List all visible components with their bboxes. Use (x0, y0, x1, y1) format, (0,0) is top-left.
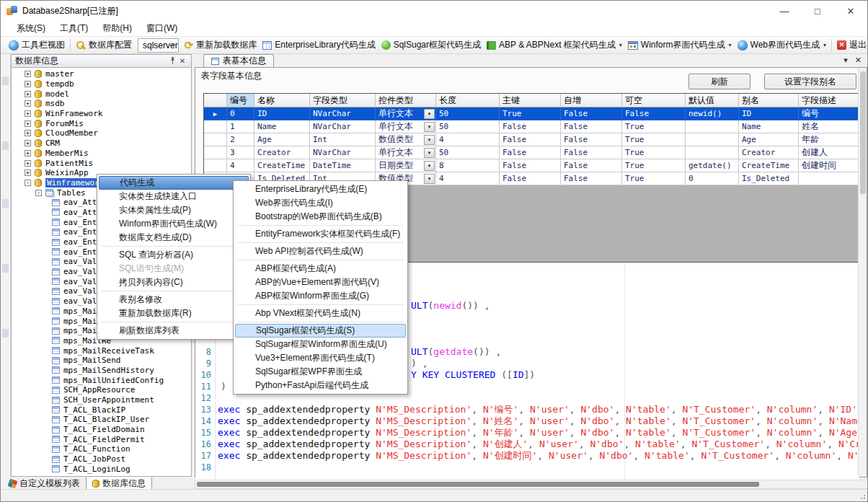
table-cell[interactable]: NVarChar (310, 107, 376, 120)
cell-dropdown-button[interactable]: ▾ (424, 109, 435, 119)
menu-item[interactable]: Abp VNext框架代码生成(N) (235, 307, 406, 320)
table-cell[interactable]: False (561, 107, 622, 120)
tree-item[interactable]: mps_MailUnifiedConfig (12, 375, 191, 385)
table-cell[interactable]: NVarChar (310, 146, 376, 159)
menu-item[interactable]: Web API控制器代码生成(W) (235, 245, 406, 258)
table-cell[interactable]: False (561, 159, 622, 172)
menu-item[interactable]: EntityFramework实体框架代码生成(F) (235, 227, 406, 241)
expand-icon[interactable]: + (25, 71, 31, 77)
toolbar-exit-button[interactable]: ✕ 退出 (834, 38, 868, 53)
table-cell[interactable]: 50 (436, 146, 500, 159)
table-cell[interactable]: CreateTime (254, 159, 310, 172)
close-button[interactable]: ✕ (834, 1, 867, 22)
menu-item[interactable]: ABP框架代码生成(A) (235, 262, 406, 276)
table-row[interactable]: ▶0IDNVarChar单行文本▾50TrueFalseFalsenewid()… (204, 107, 860, 120)
menu-item[interactable]: Vue3+Element界面代码生成(T) (235, 351, 406, 365)
table-row[interactable]: 4CreateTimeDateTime日期类型▾8FalseFalseTrueg… (204, 159, 860, 172)
menu-item[interactable]: SqlSugar框架Winform界面生成(U) (235, 338, 406, 351)
table-cell[interactable]: False (500, 159, 561, 172)
table-cell[interactable] (686, 120, 739, 133)
menu-item[interactable]: SqlSugar框架代码生成(S) (235, 324, 406, 338)
menu-item[interactable]: Python+FastApi后端代码生成 (235, 379, 406, 392)
minimize-button[interactable]: — (768, 1, 801, 22)
tree-item[interactable]: +CloudMember (12, 128, 191, 138)
set-field-alias-button[interactable]: 设置字段别名 (764, 74, 856, 89)
tree-item[interactable]: +ForumMis (12, 118, 191, 128)
table-cell[interactable]: 编号 (799, 107, 860, 120)
column-header[interactable]: 长度 (436, 94, 500, 107)
menu-item[interactable]: Bootstrap的Web界面代码生成(B) (235, 210, 406, 224)
expand-icon[interactable]: + (25, 150, 31, 157)
column-header[interactable]: 自增 (561, 94, 622, 107)
table-cell[interactable]: 创建人 (799, 146, 860, 159)
table-cell[interactable]: newid() (686, 107, 739, 120)
expand-icon[interactable]: + (25, 120, 31, 127)
table-cell[interactable]: 姓名 (799, 120, 860, 133)
table-cell[interactable]: Int (310, 133, 376, 146)
tree-item[interactable]: T_ACL_BlackIP_User (12, 415, 191, 425)
table-cell[interactable]: True (622, 133, 686, 146)
refresh-button[interactable]: 刷新 (688, 74, 750, 89)
table-cell[interactable]: False (561, 133, 622, 146)
expand-icon[interactable]: + (25, 169, 31, 176)
menu-item[interactable]: 拷贝列表内容(C) (99, 276, 249, 289)
table-cell[interactable]: Is_Deleted (739, 172, 799, 185)
column-header[interactable]: 控件类型 (376, 94, 436, 107)
tree-item[interactable]: T_ACL_Function (12, 444, 191, 454)
table-cell[interactable]: NVarChar (310, 120, 376, 133)
tree-item[interactable]: +msdb (12, 99, 191, 109)
menu-help[interactable]: 帮助(H) (95, 20, 139, 37)
menu-item[interactable]: 实体类生成快速入口▸ (99, 190, 249, 203)
menu-item[interactable]: 重新加载数据库(R) (99, 307, 249, 320)
cell-dropdown-button[interactable]: ▾ (424, 135, 435, 145)
table-cell[interactable]: 单行文本▾ (376, 146, 436, 159)
column-header[interactable]: 别名 (739, 94, 799, 107)
table-cell[interactable]: 50 (436, 120, 500, 133)
table-cell[interactable]: 4 (436, 172, 500, 185)
table-cell[interactable]: DateTime (310, 159, 376, 172)
column-header[interactable]: 字段描述 (799, 94, 860, 107)
expand-icon[interactable]: + (25, 100, 31, 107)
table-cell[interactable] (686, 146, 739, 159)
menu-item[interactable]: EnterpriseLibrary代码生成(E) (235, 182, 406, 196)
menu-item[interactable]: 实体类属性生成(P) (99, 203, 249, 217)
expand-icon[interactable]: + (25, 91, 31, 97)
toolbar-dbconfig-button[interactable]: 数据库配置 (73, 38, 135, 53)
tab-table-info[interactable]: 表基本信息 (203, 54, 274, 67)
table-row[interactable]: 3CreatorNVarChar单行文本▾50FalseFalseTrueCre… (204, 146, 860, 159)
tree-item[interactable]: SCH_AppResource (12, 385, 191, 395)
table-cell[interactable]: 0 (686, 172, 739, 185)
toolbar-reload-button[interactable]: ⟳ 重新加载数据库 (182, 38, 260, 53)
chevron-down-icon[interactable]: ▾ (843, 56, 848, 65)
table-cell[interactable]: True (622, 159, 686, 172)
tree-item[interactable]: +PatientMis (12, 158, 191, 168)
table-cell[interactable]: True (622, 120, 686, 133)
toolbar-view-button[interactable]: 工具栏视图 (6, 38, 68, 53)
table-cell[interactable]: 数值类型▾ (376, 133, 436, 146)
table-cell[interactable]: 50 (436, 107, 500, 120)
table-cell[interactable]: 单行文本▾ (376, 107, 436, 120)
tree-item[interactable]: mps_MailReceiveTask (12, 345, 191, 356)
close-icon[interactable]: ✕ (177, 57, 187, 65)
table-cell[interactable] (799, 172, 860, 185)
tree-item[interactable]: +MemberMis (12, 149, 191, 159)
tree-item[interactable]: +CRM (12, 138, 191, 149)
close-icon[interactable]: ✕ (855, 56, 862, 65)
menu-item[interactable]: 刷新数据库列表 (99, 324, 249, 338)
column-header[interactable]: 编号 (227, 94, 254, 107)
menu-item[interactable]: Winform界面代码生成(W) (99, 217, 249, 231)
expand-icon[interactable]: + (25, 110, 31, 117)
horizontal-scrollbar[interactable] (195, 480, 868, 489)
cell-dropdown-button[interactable]: ▾ (424, 161, 435, 171)
menu-item[interactable]: SqlSugar框架WPF界面生成 (235, 365, 406, 379)
column-header[interactable]: 可空 (622, 94, 686, 107)
table-cell[interactable]: True (622, 172, 686, 185)
maximize-button[interactable]: □ (801, 1, 834, 22)
table-cell[interactable]: 2 (227, 133, 254, 146)
table-cell[interactable]: False (500, 133, 561, 146)
table-cell[interactable]: 4 (227, 159, 254, 172)
table-cell[interactable]: 3 (227, 146, 254, 159)
tree-item[interactable]: T_ACL_FieldDomain (12, 425, 191, 435)
toolbar-sqlsugar-button[interactable]: SqlSugar框架代码生成 (378, 38, 484, 53)
table-cell[interactable]: Age (739, 133, 799, 146)
